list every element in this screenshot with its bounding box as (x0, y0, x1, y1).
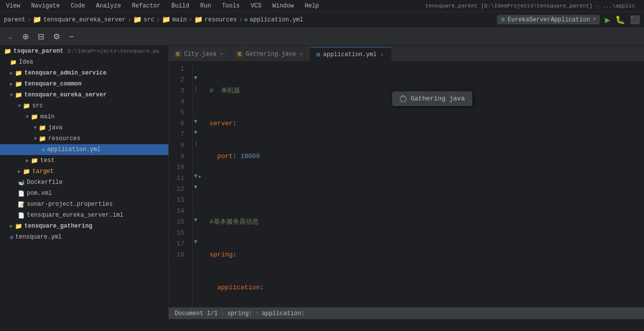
menu-navigate[interactable]: Navigate (29, 1, 62, 10)
iml-icon: 📄 (18, 212, 25, 219)
tree-dockerfile[interactable]: 🐋 Dockerfile (0, 177, 168, 188)
toolbar-chevron-down[interactable]: ⌄ (4, 30, 16, 43)
src-arrow-icon: ▼ (18, 103, 21, 109)
fold-icon-17[interactable]: ▼ (194, 239, 197, 246)
expand-4 (199, 94, 206, 105)
debug-button[interactable]: 🐛 (615, 15, 625, 25)
menu-code[interactable]: Code (69, 1, 87, 10)
tree-main[interactable]: ▼ 📁 main (0, 111, 168, 122)
line-num-10: 10 (169, 162, 188, 173)
tree-pom-xml[interactable]: 📄 pom.xml (0, 188, 168, 199)
tree-test-label: test (40, 157, 55, 164)
menu-tools[interactable]: Tools (220, 1, 242, 10)
yaml-file-icon: ⚙ (244, 16, 248, 23)
line5-comment: #基本服务器信息 (210, 217, 259, 228)
breadcrumb-main-label: main (172, 16, 187, 23)
gutter-7[interactable]: ▼ (193, 127, 199, 138)
line-num-9: 9 (169, 151, 188, 162)
tree-root[interactable]: 📁 tsquare_parent D:\IdeaProjects\tensqua… (0, 46, 168, 57)
module-folder-icon: 📁 (33, 15, 41, 24)
gutter-15[interactable]: ▼ (193, 215, 199, 226)
gutter-11[interactable]: ▼ (193, 171, 199, 182)
fold-icon-11[interactable]: ▼ (194, 173, 197, 180)
menu-build[interactable]: Build (169, 1, 191, 10)
tree-main-label: main (40, 113, 55, 120)
toolbar-close-button[interactable]: − (66, 30, 76, 43)
tree-application-yml[interactable]: ⚙ application.yml (0, 144, 168, 155)
tree-idea[interactable]: 📁 Idea (0, 57, 168, 68)
yaml-icon-tree: ⚙ (42, 147, 45, 153)
tree-test[interactable]: ▶ 📁 test (0, 155, 168, 166)
tree-gathering[interactable]: ▶ 📁 tensquare_gathering (0, 221, 168, 232)
tab-gathering-java-close[interactable]: ✕ (299, 51, 304, 58)
tab-application-yml-close[interactable]: ✕ (380, 51, 385, 58)
expand-15 (199, 215, 206, 226)
gutter-17[interactable]: ▼ (193, 237, 199, 248)
fold-icon-6[interactable]: ▼ (194, 118, 197, 125)
tree-target[interactable]: ▶ 📁 target (0, 166, 168, 177)
line-num-8: 8 (169, 140, 188, 151)
menu-window[interactable]: Window (271, 1, 296, 10)
tab-gathering-java[interactable]: C Gathering.java ✕ (230, 47, 310, 61)
tree-resources[interactable]: ▼ 📁 resources (0, 133, 168, 144)
tab-city-java-close[interactable]: ✕ (219, 51, 224, 58)
gutter-5 (193, 105, 199, 116)
expand-5 (199, 105, 206, 116)
menu-view[interactable]: View (4, 1, 22, 10)
tree-java[interactable]: ▼ 📁 java (0, 122, 168, 133)
gutter-12[interactable]: ▼ (193, 182, 199, 193)
breadcrumb-resources[interactable]: 📁 resources (194, 15, 237, 24)
menu-help[interactable]: Help (303, 1, 321, 10)
breadcrumb-main[interactable]: 📁 main (162, 15, 187, 24)
tree-tensquare-yml[interactable]: ⚙ tensquare.yml (0, 232, 168, 243)
tree-common[interactable]: ▶ 📁 tensquare_common (0, 79, 168, 89)
menu-run[interactable]: Run (198, 1, 213, 10)
line-num-15: 15 (169, 217, 188, 228)
fold-icon-2[interactable]: ▼ (194, 75, 197, 82)
gathering-popup-text: Gathering java (411, 95, 465, 102)
line6-key: spring (210, 249, 233, 260)
fold-icon-7[interactable]: ▼ (194, 129, 197, 136)
run-configuration[interactable]: ⚙ EurekaServerApplication ▼ (497, 15, 600, 24)
stop-button[interactable]: ⬛ (630, 15, 640, 25)
tree-admin-label: tensquare_admin_service (24, 70, 107, 77)
gutter-4 (193, 94, 199, 105)
breadcrumb-parent[interactable]: parent (4, 16, 25, 23)
tree-iml[interactable]: 📄 tensquare_eureka_server.iml (0, 210, 168, 221)
run-button[interactable]: ▶ (605, 14, 610, 25)
line-numbers: 1 2 3 4 5 6 7 8 9 10 11 12 13 14 15 16 1 (169, 62, 193, 307)
breadcrumb-file-label: application.yml (250, 16, 303, 23)
breadcrumb-src[interactable]: 📁 src (133, 15, 154, 24)
tab-city-java[interactable]: C City.java ✕ (169, 47, 230, 61)
tree-src[interactable]: ▼ 📁 src (0, 100, 168, 111)
toolbar-settings-button[interactable]: ⚙ (50, 30, 63, 43)
gutter-6[interactable]: ▼ (193, 116, 199, 127)
menu-analyze[interactable]: Analyze (94, 1, 123, 10)
eureka-folder-icon: 📁 (15, 91, 22, 99)
tab-application-yml[interactable]: ⚙ application.yml ✕ (310, 47, 391, 61)
toolbar-split-button[interactable]: ⊟ (35, 30, 47, 43)
gathering-arrow-icon: ▶ (10, 223, 13, 229)
tree-sonar-properties[interactable]: 📝 sonar-project.properties (0, 199, 168, 210)
expand-3 (199, 83, 206, 94)
toolbar-add-button[interactable]: ⊕ (19, 30, 32, 43)
breadcrumb-module[interactable]: 📁 tensquare_eureka_server (33, 15, 126, 24)
fold-icon-12[interactable]: ▼ (194, 184, 197, 191)
tree-admin-service[interactable]: ▶ 📁 tensquare_admin_service (0, 68, 168, 79)
tensquare-yml-icon: ⚙ (10, 234, 13, 241)
gutter-16 (193, 226, 199, 237)
line1-comment: # 单机版 (210, 85, 240, 96)
menu-vcs[interactable]: VCS (249, 1, 264, 10)
properties-icon: 📝 (18, 201, 25, 208)
line7-indent (210, 282, 217, 293)
line-num-1: 1 (169, 64, 188, 75)
breadcrumb-file[interactable]: ⚙ application.yml (244, 16, 303, 23)
expand-arrow-11[interactable]: ▶ (199, 174, 201, 179)
fold-icon-15[interactable]: ▼ (194, 217, 197, 224)
expand-11[interactable]: ▶ (199, 171, 206, 182)
tree-eureka-server[interactable]: ▼ 📁 tensquare_eureka_server (0, 89, 168, 100)
breadcrumb-sep-2: › (128, 16, 131, 23)
gutter-2[interactable]: ▼ (193, 73, 199, 83)
menu-items: View Navigate Code Analyze Refactor Buil… (4, 1, 321, 10)
menu-refactor[interactable]: Refactor (130, 1, 163, 10)
